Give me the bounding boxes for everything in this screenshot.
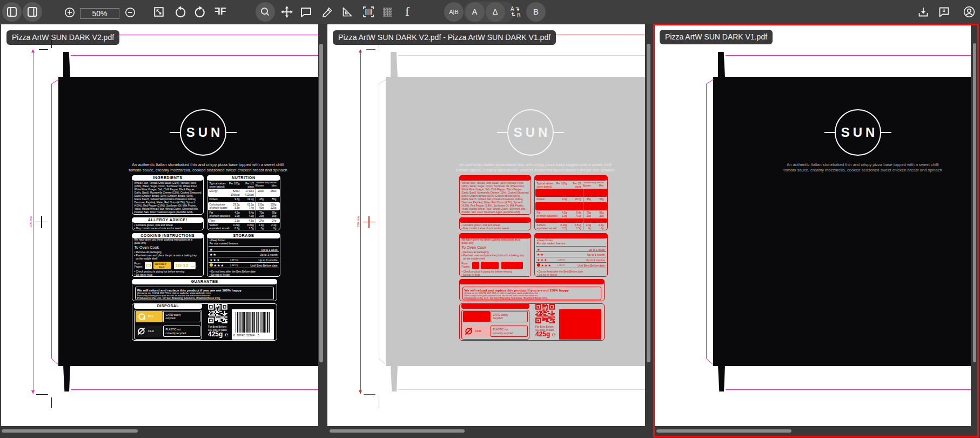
svg-text:B: B (517, 12, 521, 18)
svg-text:A: A (511, 6, 514, 12)
